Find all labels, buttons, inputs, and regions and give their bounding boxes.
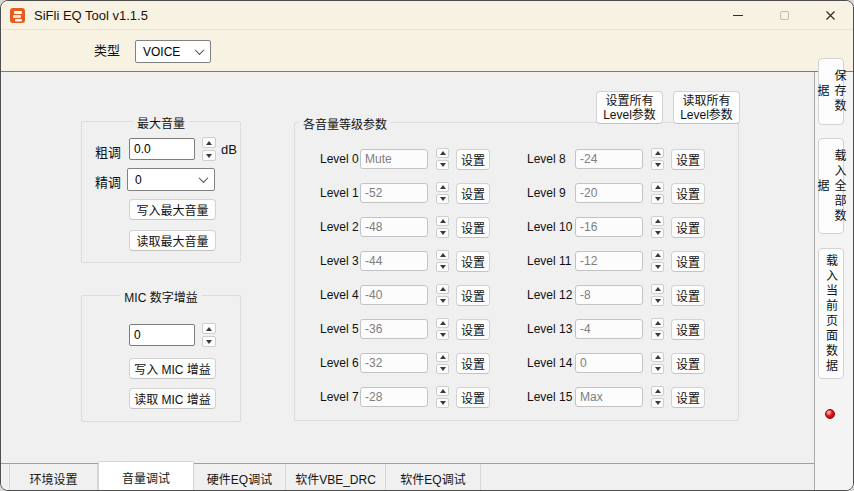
tab-env-settings[interactable]: 环境设置 [9,464,98,491]
stepper-down-button[interactable] [436,330,449,340]
level-value-input[interactable] [575,285,643,305]
level-value-input[interactable] [575,183,643,203]
stepper-down-button[interactable] [436,398,449,408]
read-all-levels-button[interactable]: 读取所有 Level参数 [673,91,740,124]
stepper-up-button[interactable] [436,148,449,158]
save-data-button[interactable]: 保存数据 [818,58,844,125]
level-value-input[interactable] [575,319,643,339]
stepper-up-button[interactable] [436,284,449,294]
level-value-input[interactable] [360,251,428,271]
stepper-down-button[interactable] [436,194,449,204]
level-set-button[interactable]: 设置 [456,319,490,340]
level-set-button[interactable]: 设置 [456,251,490,272]
stepper-up-button[interactable] [436,318,449,328]
level-set-button[interactable]: 设置 [671,217,705,238]
stepper-up-button[interactable] [436,352,449,362]
stepper-up-button[interactable] [651,386,664,396]
load-current-page-data-button[interactable]: 载入当前页面数据 [818,248,844,379]
stepper-up-button[interactable] [651,250,664,260]
stepper-down-button[interactable] [651,262,664,272]
level-value-input[interactable] [575,353,643,373]
tab-sw-vbe-drc[interactable]: 软件VBE_DRC [286,464,386,491]
level-stepper[interactable] [436,284,449,306]
load-all-data-button[interactable]: 载入全部数据 [818,138,844,234]
stepper-down-button[interactable] [202,150,216,161]
mic-gain-input[interactable] [129,324,195,346]
write-max-volume-button[interactable]: 写入最大音量 [129,199,216,220]
stepper-up-button[interactable] [202,137,216,148]
level-value-input[interactable] [360,387,428,407]
level-set-button[interactable]: 设置 [671,387,705,408]
level-stepper[interactable] [436,250,449,272]
level-stepper[interactable] [651,386,664,408]
set-all-levels-button[interactable]: 设置所有 Level参数 [596,91,663,124]
level-stepper[interactable] [436,182,449,204]
read-max-volume-button[interactable]: 读取最大音量 [129,230,216,251]
coarse-volume-input[interactable] [129,138,195,160]
level-stepper[interactable] [651,182,664,204]
level-set-button[interactable]: 设置 [456,285,490,306]
coarse-volume-stepper[interactable] [202,137,216,161]
level-stepper[interactable] [651,352,664,374]
tab-volume-debug[interactable]: 音量调试 [98,461,194,491]
level-value-input[interactable] [575,387,643,407]
read-mic-gain-button[interactable]: 读取 MIC 增益 [129,388,216,409]
level-set-button[interactable]: 设置 [671,319,705,340]
stepper-up-button[interactable] [651,216,664,226]
stepper-up-button[interactable] [651,182,664,192]
level-value-input[interactable] [575,149,643,169]
mic-gain-stepper[interactable] [202,323,216,347]
level-set-button[interactable]: 设置 [671,285,705,306]
tab-hw-eq-debug[interactable]: 硬件EQ调试 [194,464,286,491]
stepper-up-button[interactable] [436,182,449,192]
stepper-down-button[interactable] [202,336,216,347]
type-select[interactable]: VOICE [135,40,211,63]
level-stepper[interactable] [651,284,664,306]
stepper-up-button[interactable] [436,250,449,260]
stepper-down-button[interactable] [436,160,449,170]
stepper-up-button[interactable] [436,216,449,226]
level-set-button[interactable]: 设置 [671,183,705,204]
level-stepper[interactable] [436,318,449,340]
level-value-input[interactable] [360,353,428,373]
stepper-down-button[interactable] [651,160,664,170]
level-set-button[interactable]: 设置 [671,251,705,272]
level-set-button[interactable]: 设置 [456,149,490,170]
stepper-up-button[interactable] [436,386,449,396]
fine-volume-select[interactable]: 0 [127,168,215,191]
level-stepper[interactable] [651,148,664,170]
stepper-down-button[interactable] [651,296,664,306]
stepper-up-button[interactable] [651,352,664,362]
stepper-down-button[interactable] [651,364,664,374]
level-value-input[interactable] [360,183,428,203]
level-stepper[interactable] [436,148,449,170]
level-set-button[interactable]: 设置 [456,183,490,204]
write-mic-gain-button[interactable]: 写入 MIC 增益 [129,358,216,379]
stepper-down-button[interactable] [436,228,449,238]
stepper-down-button[interactable] [651,194,664,204]
level-set-button[interactable]: 设置 [456,353,490,374]
level-value-input[interactable] [360,319,428,339]
level-stepper[interactable] [436,386,449,408]
level-set-button[interactable]: 设置 [456,217,490,238]
level-value-input[interactable] [575,217,643,237]
stepper-up-button[interactable] [202,323,216,334]
stepper-down-button[interactable] [651,330,664,340]
stepper-down-button[interactable] [651,398,664,408]
level-set-button[interactable]: 设置 [671,149,705,170]
level-value-input[interactable] [575,251,643,271]
level-stepper[interactable] [651,318,664,340]
minimize-button[interactable] [715,1,761,29]
stepper-down-button[interactable] [436,262,449,272]
stepper-up-button[interactable] [651,318,664,328]
level-stepper[interactable] [651,250,664,272]
tab-sw-eq-debug[interactable]: 软件EQ调试 [386,464,481,491]
maximize-button[interactable] [761,1,807,29]
level-value-input[interactable] [360,285,428,305]
stepper-up-button[interactable] [651,148,664,158]
level-stepper[interactable] [651,216,664,238]
stepper-down-button[interactable] [651,228,664,238]
close-button[interactable] [807,1,853,29]
level-value-input[interactable] [360,149,428,169]
stepper-up-button[interactable] [651,284,664,294]
